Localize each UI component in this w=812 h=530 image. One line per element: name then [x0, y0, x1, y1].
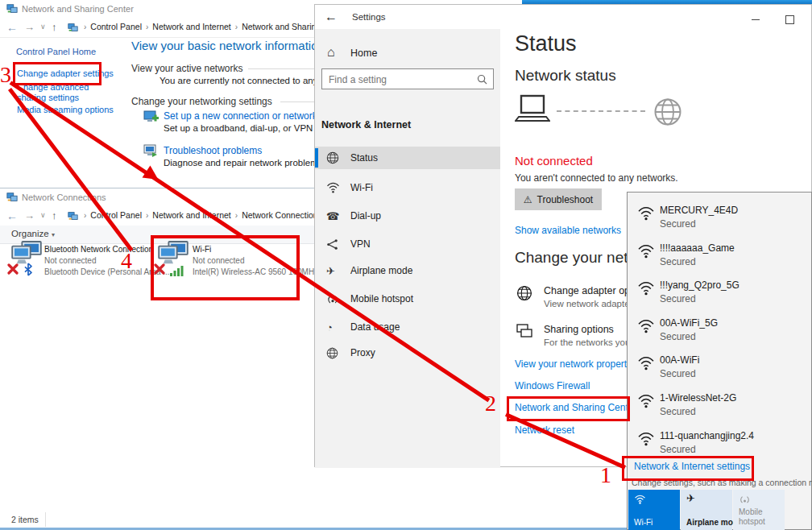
- wifi-network-item[interactable]: !!!yang_Q2pro_5G Secured: [628, 278, 811, 313]
- up-icon[interactable]: ↑: [52, 209, 57, 222]
- search-input[interactable]: [327, 72, 471, 88]
- settings-search-box: [321, 68, 494, 89]
- wifi-network-item[interactable]: 00A-WiFi Secured: [628, 353, 811, 388]
- page-title: Status: [515, 31, 577, 56]
- adapter-name: Bluetooth Network Connection: [44, 245, 153, 254]
- security-label: Secured: [660, 444, 696, 455]
- chevron-right-icon: ›: [80, 23, 90, 31]
- minimize-button[interactable]: [740, 10, 771, 29]
- nc-app-icon: [6, 192, 18, 203]
- sidebar-item-media-streaming[interactable]: Media streaming options: [17, 105, 114, 114]
- sidebar-item-label: Mobile hotspot: [350, 293, 413, 304]
- settings-section-title: Network & Internet: [321, 119, 411, 130]
- breadcrumb-control-panel[interactable]: Control Panel: [90, 22, 142, 31]
- disconnected-x-icon: [7, 263, 19, 275]
- wifi-network-item[interactable]: !!!!aaaaaa_Game Secured: [628, 241, 811, 276]
- forward-icon[interactable]: →: [24, 21, 35, 33]
- tile-label: Wi-Fi: [634, 518, 652, 527]
- ssid: 1-WirelessNet-2G: [660, 392, 736, 404]
- security-label: Secured: [660, 293, 696, 304]
- sidebar-item-control-panel-home[interactable]: Control Panel Home: [16, 47, 96, 56]
- close-button[interactable]: [806, 10, 812, 29]
- home-label: Home: [350, 48, 377, 59]
- ssid: 111-quanchangjing2.4: [660, 430, 754, 441]
- settings-window-title: Settings: [352, 12, 386, 22]
- connection-dashed-line: [557, 110, 645, 112]
- back-icon[interactable]: ←: [6, 21, 18, 34]
- annotation-box-network-sharing-center: [507, 396, 630, 421]
- sidebar-item-label: Wi-Fi: [350, 182, 373, 193]
- sidebar-item-label: Dial-up: [350, 210, 381, 222]
- sidebar-item-label: Airplane mode: [350, 265, 412, 276]
- search-icon[interactable]: [477, 74, 487, 85]
- statusbar-divider: [45, 512, 46, 527]
- airplane-mode-tile[interactable]: ✈ Airplane mode: [681, 490, 732, 530]
- tile-label: Mobile hotspot: [739, 507, 777, 527]
- ssid: MERCURY_4E4D: [660, 205, 738, 216]
- mobile-hotspot-tile[interactable]: Mobile hotspot: [733, 490, 785, 530]
- troubleshoot-tasks-icon: [143, 144, 159, 159]
- wifi-icon: [634, 495, 646, 504]
- sidebar-item-status[interactable]: Status: [315, 147, 500, 169]
- recent-pages-icon[interactable]: ∨: [40, 211, 46, 219]
- security-label: Secured: [660, 331, 696, 342]
- wifi-network-item[interactable]: 1-WirelessNet-2G Secured: [628, 391, 811, 426]
- network-status-heading: Network status: [515, 67, 616, 85]
- airplane-icon: ✈: [686, 492, 695, 504]
- sidebar-item-home[interactable]: ⌂ Home: [315, 43, 500, 64]
- sidebar-item-vpn[interactable]: VPN: [315, 233, 500, 255]
- wifi-network-item[interactable]: 00A-WiFi_5G Secured: [628, 316, 811, 351]
- windows-firewall-link[interactable]: Windows Firewall: [515, 380, 590, 391]
- sidebar-item-dialup[interactable]: ☎ Dial-up: [315, 205, 500, 227]
- not-connected-status: Not connected: [515, 154, 593, 168]
- settings-back-icon[interactable]: ←: [325, 10, 338, 24]
- organize-menu[interactable]: Organize ▾: [11, 229, 55, 238]
- data-usage-pie-icon: ◔: [326, 321, 350, 333]
- annotation-number-3: 3: [0, 64, 11, 86]
- forward-icon[interactable]: →: [24, 209, 35, 222]
- chevron-right-icon: ›: [231, 23, 242, 31]
- recent-pages-icon[interactable]: ∨: [40, 23, 46, 31]
- wifi-toggle-tile[interactable]: Wi-Fi: [628, 490, 680, 530]
- settings-sidebar: ⌂ Home Network & Internet Status: [315, 29, 500, 468]
- breadcrumb-control-panel[interactable]: Control Panel: [90, 210, 142, 220]
- status-globe-icon: [326, 151, 350, 164]
- proxy-globe-icon: [326, 347, 350, 359]
- view-network-properties-link[interactable]: View your network properties: [515, 358, 640, 370]
- back-icon[interactable]: ←: [6, 209, 18, 222]
- nsc-app-icon: [6, 3, 18, 14]
- chevron-right-icon: ›: [142, 23, 152, 31]
- nsc-location-icon: [68, 23, 78, 33]
- annotation-box-change-adapter-settings: [13, 62, 102, 85]
- sidebar-item-airplane-mode[interactable]: ✈ Airplane mode: [315, 259, 500, 282]
- laptop-icon: [515, 94, 550, 125]
- troubleshoot-button[interactable]: ⚠ Troubleshoot: [515, 188, 602, 210]
- security-label: Secured: [660, 218, 696, 230]
- home-icon: ⌂: [327, 45, 335, 60]
- adapter-status: Not connected: [44, 256, 97, 265]
- vpn-icon: [326, 238, 350, 251]
- show-available-networks-link[interactable]: Show available networks: [515, 225, 621, 236]
- dialup-phone-icon: ☎: [326, 210, 350, 222]
- breadcrumb-network-connections[interactable]: Network Connections: [242, 210, 322, 220]
- airplane-icon: ✈: [326, 265, 350, 277]
- annotation-number-2: 2: [485, 392, 496, 415]
- sidebar-item-wifi[interactable]: Wi-Fi: [315, 176, 500, 199]
- sharing-options-link[interactable]: Sharing options: [544, 324, 614, 335]
- ssid: 00A-WiFi_5G: [660, 317, 718, 329]
- nc-location-icon: [68, 211, 78, 222]
- adapter-options-globe-icon: [516, 285, 532, 301]
- maximize-button[interactable]: [774, 10, 805, 29]
- sharing-options-icon: [516, 324, 532, 339]
- up-icon[interactable]: ↑: [52, 21, 57, 33]
- ssid: !!!yang_Q2pro_5G: [660, 279, 740, 291]
- warning-icon: ⚠: [524, 194, 532, 205]
- troubleshoot-label: Troubleshoot: [537, 194, 594, 205]
- wifi-icon: [637, 432, 655, 446]
- sidebar-item-mobile-hotspot[interactable]: Mobile hotspot: [315, 288, 500, 310]
- sidebar-item-data-usage[interactable]: ◔ Data usage: [315, 316, 500, 338]
- task-troubleshoot-link[interactable]: Troubleshoot problems: [164, 145, 262, 156]
- task-new-connection-link[interactable]: Set up a new connection or network: [164, 110, 317, 122]
- wifi-network-item[interactable]: MERCURY_4E4D Secured: [628, 203, 811, 238]
- breadcrumb-network-internet[interactable]: Network and Internet: [152, 22, 230, 31]
